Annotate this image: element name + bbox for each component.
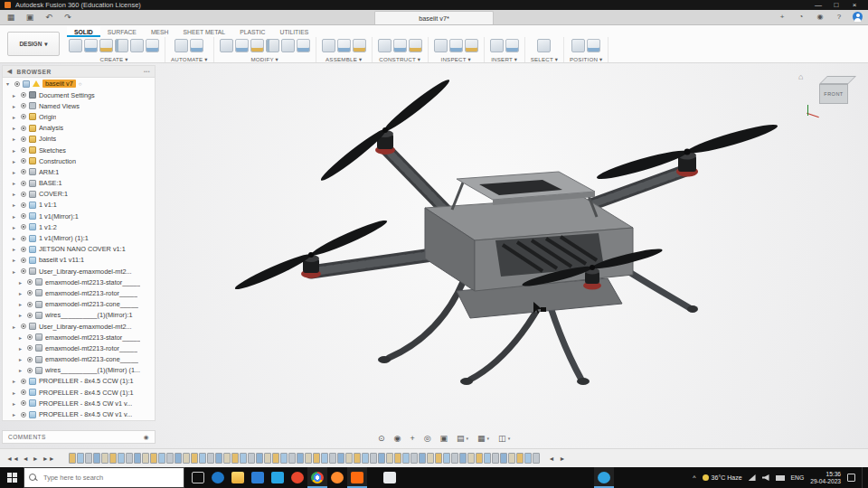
timeline-feature[interactable]: [256, 453, 263, 464]
comments-icon[interactable]: ◉: [144, 434, 149, 441]
data-panel-toggle-icon[interactable]: ▦: [5, 13, 16, 23]
assemble-tool-icon[interactable]: [322, 39, 335, 52]
tab-utilities[interactable]: UTILITIES: [272, 26, 316, 37]
modify-tool-icon[interactable]: [235, 39, 249, 52]
timeline-feature[interactable]: [533, 453, 540, 464]
show-desktop-button[interactable]: [862, 467, 865, 488]
automate-dropdown[interactable]: AUTOMATE ▾: [171, 56, 208, 62]
timeline-feature[interactable]: [305, 453, 312, 464]
timeline-feature[interactable]: [394, 453, 401, 464]
expand-icon[interactable]: ▸: [13, 324, 18, 330]
automate-tool-icon[interactable]: [175, 39, 188, 52]
comments-panel[interactable]: COMMENTS ◉: [2, 430, 156, 444]
browser-item[interactable]: ▸wires__________(1)(Mirror) (1...: [3, 365, 155, 376]
insert-tool-icon[interactable]: [505, 39, 519, 52]
clock[interactable]: 15:36 29-04-2023: [810, 471, 841, 485]
visibility-icon[interactable]: [21, 258, 26, 263]
expand-icon[interactable]: ▸: [13, 235, 18, 241]
construct-dropdown[interactable]: CONSTRUCT ▾: [379, 56, 420, 62]
browser-item[interactable]: ▸emaxmodel-mt2213-rotor_____: [3, 287, 155, 298]
zoom-tool[interactable]: ◎: [424, 434, 431, 443]
expand-icon[interactable]: ▸: [13, 224, 18, 230]
inspect-tool-icon[interactable]: [434, 39, 448, 52]
visibility-icon[interactable]: [21, 400, 26, 406]
visibility-icon[interactable]: [27, 302, 33, 307]
expand-icon[interactable]: ▸: [13, 180, 18, 186]
view-cube[interactable]: ⌂ FRONT: [810, 74, 857, 121]
browser-item[interactable]: ▸Origin: [3, 111, 155, 122]
store-taskbar-icon[interactable]: [248, 467, 268, 488]
edge-taskbar-icon[interactable]: [208, 467, 228, 488]
assemble-dropdown[interactable]: ASSEMBLE ▾: [326, 56, 362, 62]
tab-solid[interactable]: SOLID: [67, 26, 100, 37]
visibility-icon[interactable]: [27, 313, 33, 318]
visibility-icon[interactable]: [21, 147, 26, 153]
network-icon[interactable]: [749, 474, 756, 481]
expand-icon[interactable]: ▸: [13, 103, 18, 109]
collapse-panel-icon[interactable]: ◀: [7, 68, 13, 75]
timeline-feature[interactable]: [93, 453, 100, 464]
timeline-feature[interactable]: [85, 453, 92, 464]
help-icon[interactable]: ?: [834, 12, 844, 22]
view-cube-top-face[interactable]: [819, 76, 856, 84]
browser-item[interactable]: ▸wires__________(1)(Mirror):1: [3, 310, 155, 321]
timeline-feature[interactable]: [215, 453, 222, 464]
expand-icon[interactable]: ▸: [19, 301, 24, 307]
scroll-right-button[interactable]: ►: [560, 455, 566, 462]
expand-icon[interactable]: ▸: [13, 136, 18, 142]
expand-icon[interactable]: ▸: [13, 158, 18, 164]
expand-icon[interactable]: ▸: [13, 202, 18, 208]
browser-item[interactable]: ▸Document Settings: [3, 89, 155, 100]
minimize-button[interactable]: —: [809, 0, 827, 10]
action-center-icon[interactable]: [847, 474, 855, 482]
create-tool-icon[interactable]: [115, 39, 128, 52]
expand-icon[interactable]: ▸: [13, 92, 18, 99]
visibility-icon[interactable]: [21, 389, 26, 395]
start-button[interactable]: [0, 467, 24, 488]
visibility-icon[interactable]: [21, 158, 26, 164]
browser-item[interactable]: ▸Joints: [3, 134, 155, 145]
visibility-icon[interactable]: [21, 268, 26, 274]
timeline-feature[interactable]: [508, 453, 515, 464]
close-button[interactable]: ×: [845, 0, 863, 10]
expand-icon[interactable]: ▸: [13, 125, 18, 131]
timeline-feature[interactable]: [223, 453, 231, 464]
visibility-icon[interactable]: [21, 169, 26, 174]
document-tab[interactable]: baseiit v7*: [374, 11, 494, 24]
timeline-feature[interactable]: [484, 453, 491, 464]
timeline-feature[interactable]: [150, 453, 157, 464]
weather-widget[interactable]: 36°C Haze: [703, 474, 742, 481]
browser-item[interactable]: ▸1 v1(Mirror) (1):1: [3, 232, 155, 243]
visibility-icon[interactable]: [21, 92, 26, 98]
expand-icon[interactable]: ▸: [13, 114, 18, 120]
view-cube-front-face[interactable]: FRONT: [819, 84, 848, 104]
timeline-feature[interactable]: [500, 453, 507, 464]
brave-taskbar-icon[interactable]: [288, 467, 307, 488]
timeline-feature[interactable]: [126, 453, 133, 464]
expand-icon[interactable]: ▸: [19, 279, 24, 286]
language-indicator[interactable]: ENG: [791, 474, 805, 481]
timeline-feature[interactable]: [264, 453, 271, 464]
create-tool-icon[interactable]: [69, 39, 82, 52]
save-icon[interactable]: ▣: [24, 13, 35, 23]
timeline-feature[interactable]: [410, 453, 418, 464]
expand-icon[interactable]: ▸: [13, 400, 18, 407]
automate-tool-icon[interactable]: [190, 39, 203, 52]
timeline-feature[interactable]: [166, 453, 174, 464]
notepad-taskbar-icon[interactable]: [380, 467, 400, 488]
visibility-icon[interactable]: [21, 224, 26, 230]
browser-item[interactable]: ▸1 v1:2: [3, 221, 155, 232]
expand-icon[interactable]: ▸: [13, 213, 18, 220]
visibility-icon[interactable]: [27, 334, 33, 340]
expand-icon[interactable]: ▸: [13, 246, 18, 252]
timeline-feature[interactable]: [354, 453, 361, 464]
timeline-feature[interactable]: [370, 453, 377, 464]
expand-icon[interactable]: ▸: [19, 356, 24, 362]
root-label[interactable]: baseiit v7: [42, 80, 76, 88]
timeline-feature[interactable]: [158, 453, 165, 464]
expand-icon[interactable]: ▸: [19, 367, 24, 373]
browser-item[interactable]: ▸emaxmodel-mt2213-cone_____: [3, 299, 155, 310]
timeline-feature[interactable]: [297, 453, 304, 464]
tab-surface[interactable]: SURFACE: [100, 26, 144, 37]
timeline-feature[interactable]: [362, 453, 369, 464]
